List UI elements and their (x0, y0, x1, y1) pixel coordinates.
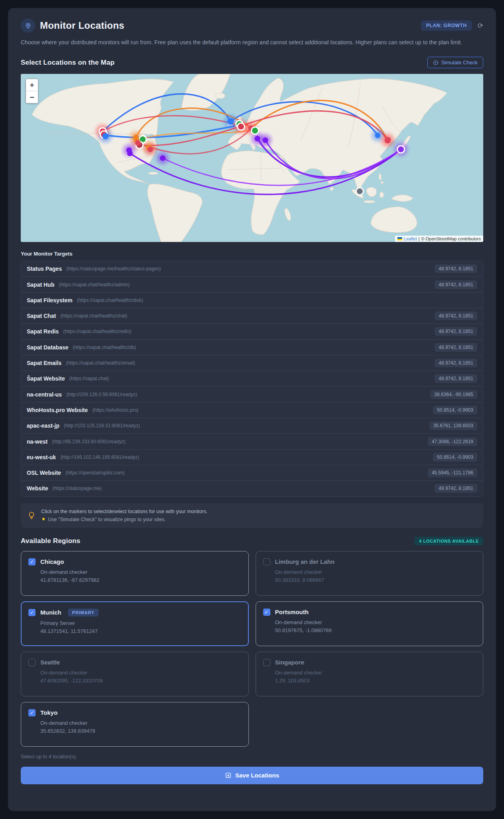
map-marker-ping-purple-2[interactable] (127, 151, 133, 156)
target-name: Status Pages (27, 266, 62, 272)
map-marker-ping-blue-asia[interactable] (375, 133, 381, 138)
target-name: apac-east-jp (27, 422, 60, 429)
table-row: Sapat Redis (https://sapat.chat/healthz/… (21, 324, 483, 339)
target-name: Sapat Filesystem (27, 297, 72, 303)
save-locations-button[interactable]: Save Locations (21, 767, 483, 784)
region-card-seattle[interactable]: Seattle On-demand checker 47.6062095, -1… (21, 652, 249, 696)
region-name: Munich (40, 609, 62, 616)
region-coords: 48.1371541, 11.5761247 (40, 628, 241, 634)
regions-footnote: Select up to 4 location(s). (21, 754, 483, 760)
map-marker-portland[interactable] (102, 133, 109, 139)
region-checkbox[interactable] (263, 558, 270, 565)
map-marker-ping-purple-3[interactable] (160, 155, 165, 161)
region-checkbox[interactable] (28, 558, 36, 565)
map-marker-munich[interactable] (251, 127, 258, 134)
target-coords-badge: 48.9742, 8.1851 (435, 327, 477, 336)
save-icon (225, 772, 232, 779)
target-coords-badge: 48.9742, 8.1851 (435, 311, 477, 320)
region-coords: 1.29, 103.8503 (275, 678, 476, 684)
monitor-locations-panel: Monitor Locations PLAN: GROWTH ⟳ Choose … (8, 8, 496, 811)
target-url: (https://sapat.chat/healthz/disk) (77, 297, 143, 303)
target-coords-badge: 48.9742, 8.1851 (435, 374, 477, 383)
table-row: WhoHosts.pro Website (https://whohosts.p… (21, 403, 483, 418)
target-coords-badge: 50.8514, -0.9903 (433, 453, 477, 462)
target-coords-badge: 38.6364, -90.1985 (431, 390, 477, 399)
play-circle-icon (433, 60, 439, 65)
region-subtitle: On-demand checker (40, 670, 241, 676)
header: Monitor Locations PLAN: GROWTH ⟳ (21, 18, 483, 33)
map-marker-ping-red-2[interactable] (147, 147, 153, 152)
map-marker-singapore[interactable] (356, 188, 363, 195)
map-marker-portsmouth-red[interactable] (237, 123, 244, 130)
table-row: eu-west-uk (http://149.102.146.185:8081/… (21, 450, 483, 465)
region-coords: 41.8781136, -87.6297982 (40, 577, 241, 583)
region-checkbox[interactable] (28, 709, 36, 716)
region-subtitle: On-demand checker (40, 720, 241, 726)
map-marker-ping-blue-ireland[interactable] (227, 118, 234, 125)
map-marker-ping-red-asia[interactable] (385, 137, 391, 143)
target-name: Sapat Hub (27, 282, 54, 288)
region-checkbox[interactable] (28, 609, 36, 616)
region-checkbox[interactable] (263, 609, 270, 616)
osm-credit: © OpenStreetMap contributors (421, 236, 481, 241)
map-marker-ping-purple-munich2[interactable] (263, 137, 268, 143)
zoom-out-button[interactable]: − (26, 91, 38, 103)
map-marker-ping-red-1[interactable] (135, 140, 141, 146)
region-card-singapore[interactable]: Singapore On-demand checker 1.29, 103.85… (256, 652, 484, 696)
ukraine-flag-icon (397, 237, 402, 240)
region-subtitle: On-demand checker (275, 619, 476, 625)
table-row: Website (https://statuspage.me) 48.9742,… (21, 481, 483, 496)
monitor-targets-list: Status Pages (https://statuspage.me/heal… (21, 261, 483, 496)
simulate-check-button[interactable]: Simulate Check (427, 57, 483, 68)
region-coords: 50.383333, 8.066667 (275, 577, 476, 583)
region-card-chicago[interactable]: Chicago On-demand checker 41.8781136, -8… (21, 551, 249, 596)
target-name: eu-west-uk (27, 454, 56, 460)
target-url: (https://sapat.chat/healthz/admin) (59, 282, 129, 288)
target-coords-badge: 35.6761, 139.6503 (429, 421, 477, 430)
region-name: Singapore (275, 659, 304, 666)
map-zoom-control: + − (26, 79, 38, 103)
region-card-portsmouth[interactable]: Portsmouth On-demand checker 50.8197675,… (256, 601, 484, 646)
world-map[interactable]: + − Leaflet | © OpenStreetMap contributo… (21, 74, 483, 242)
refresh-icon[interactable]: ⟳ (478, 22, 483, 29)
target-coords-badge: 48.9742, 8.1851 (435, 484, 477, 493)
target-url: (https://statuspage.me/healthz/status-pa… (66, 266, 161, 272)
lightbulb-icon (27, 511, 36, 520)
target-url: (https://sapat.chat/healthz/email) (66, 360, 135, 366)
target-url: (http://209.126.0.56:8081/readyz) (66, 392, 137, 397)
plan-badge: PLAN: GROWTH (421, 20, 472, 31)
targets-heading: Your Monitor Targets (21, 251, 483, 257)
hint-box: Click on the markers to select/deselect … (21, 503, 483, 528)
target-coords-badge: 50.8514, -0.9903 (433, 406, 477, 414)
target-coords-badge: 45.5945, -121.1786 (428, 468, 477, 477)
table-row: OSL Website (https://openstartuplist.com… (21, 465, 483, 481)
target-url: (https://sapat.chat/healthz/redis) (63, 329, 131, 334)
region-subtitle: On-demand checker (40, 569, 241, 575)
bulb-emoji-icon (41, 517, 46, 522)
table-row: Status Pages (https://statuspage.me/heal… (21, 261, 483, 277)
zoom-in-button[interactable]: + (26, 79, 38, 91)
region-card-tokyo[interactable]: Tokyo On-demand checker 35.652832, 139.8… (21, 702, 249, 747)
region-name: Limburg an der Lahn (275, 558, 335, 565)
region-card-limburg-an-der-lahn[interactable]: Limburg an der Lahn On-demand checker 50… (256, 551, 484, 596)
region-subtitle: On-demand checker (275, 569, 476, 575)
location-pin-icon (21, 18, 35, 33)
target-name: Šapat Website (27, 375, 65, 382)
regions-grid: Chicago On-demand checker 41.8781136, -8… (21, 551, 483, 747)
target-url: (https://sapat.chat/healthz/chat) (60, 313, 127, 319)
region-coords: 50.8197675, -1.0880769 (275, 627, 476, 633)
region-card-munich[interactable]: Munich PRIMARY Primary Server 48.1371541… (21, 601, 249, 646)
leaflet-link[interactable]: Leaflet (404, 236, 417, 241)
region-checkbox[interactable] (28, 659, 36, 666)
region-name: Tokyo (40, 709, 58, 716)
map-marker-tokyo[interactable] (397, 146, 405, 153)
table-row: Sapat Filesystem (https://sapat.chat/hea… (21, 293, 483, 308)
target-name: Sapat Database (27, 344, 68, 351)
target-url: (http://149.102.146.185:8081/readyz) (60, 454, 139, 460)
table-row: na-west (http://85.239.233.60:8081/ready… (21, 434, 483, 449)
region-checkbox[interactable] (263, 659, 270, 666)
target-coords-badge: 48.9742, 8.1851 (435, 264, 477, 273)
map-marker-ping-purple-munich1[interactable] (255, 136, 260, 141)
table-row: Sapat Database (https://sapat.chat/healt… (21, 340, 483, 355)
target-url: (https://statuspage.me) (52, 486, 101, 491)
